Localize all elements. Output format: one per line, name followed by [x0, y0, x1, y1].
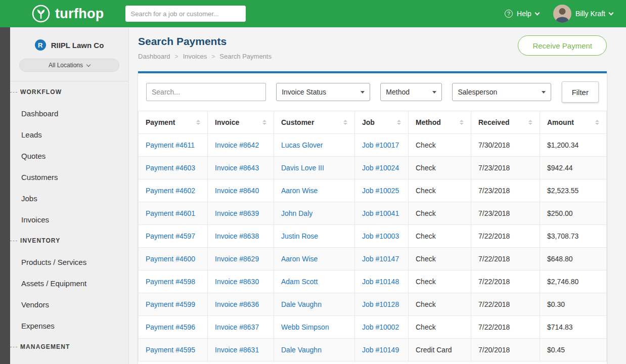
- user-menu[interactable]: Billy Kraft: [553, 5, 613, 23]
- table-row: Payment #4595 Invoice #8631 Dale Vaughn …: [139, 339, 607, 361]
- sort-icon[interactable]: [343, 120, 347, 125]
- customer-link[interactable]: John Daly: [281, 209, 312, 217]
- column-header-received[interactable]: Received: [471, 111, 540, 134]
- column-header-amount[interactable]: Amount: [540, 111, 607, 134]
- company-header: R RIIPL Lawn Co: [10, 39, 128, 51]
- breadcrumb-search-payments: Search Payments: [219, 53, 272, 60]
- customer-link[interactable]: Justin Rose: [281, 232, 318, 240]
- customer-link[interactable]: Aaron Wise: [281, 187, 318, 195]
- invoice-link[interactable]: Invoice #8637: [215, 323, 259, 331]
- customer-link[interactable]: Lucas Glover: [281, 141, 323, 149]
- nav-section-title-management: MANAGEMENT: [20, 343, 70, 350]
- salesperson-select[interactable]: Salesperson: [452, 83, 551, 101]
- payment-link[interactable]: Payment #4596: [146, 323, 195, 331]
- nav-section: REPORTS: [10, 357, 128, 364]
- nav-section-title: WORKFLOW: [10, 81, 128, 103]
- filter-button[interactable]: Filter: [562, 81, 599, 103]
- amount-cell: $714.83: [540, 316, 607, 339]
- job-link[interactable]: Job #10149: [362, 346, 399, 354]
- payment-link[interactable]: Payment #4598: [146, 278, 195, 286]
- invoice-link[interactable]: Invoice #8636: [215, 300, 259, 308]
- method-cell: Check: [409, 134, 471, 157]
- payment-link[interactable]: Payment #4595: [146, 346, 195, 354]
- nav-section-title: REPORTS: [10, 357, 128, 364]
- sidebar-item-jobs[interactable]: Jobs: [10, 188, 128, 209]
- help-menu[interactable]: ? Help: [505, 10, 539, 18]
- sidebar-item-invoices[interactable]: Invoices: [10, 209, 128, 230]
- sidebar-item-quotes[interactable]: Quotes: [10, 145, 128, 166]
- caret-down-icon: [432, 91, 436, 94]
- sort-icon[interactable]: [528, 120, 532, 125]
- sidebar-item-dashboard[interactable]: Dashboard: [10, 103, 128, 124]
- payment-link[interactable]: Payment #4597: [146, 232, 195, 240]
- column-header-invoice[interactable]: Invoice: [208, 111, 274, 134]
- breadcrumb-invoices[interactable]: Invoices: [183, 53, 207, 60]
- topbar-right: ? Help Billy Kraft: [505, 5, 626, 23]
- column-header-method[interactable]: Method: [409, 111, 471, 134]
- receive-payment-button[interactable]: Receive Payment: [518, 35, 607, 56]
- customer-link[interactable]: Dale Vaughn: [281, 300, 322, 308]
- customer-link[interactable]: Dale Vaughn: [281, 346, 322, 354]
- job-link[interactable]: Job #10002: [362, 323, 399, 331]
- customer-link[interactable]: Adam Scott: [281, 278, 318, 286]
- received-cell: 7/23/2018: [471, 157, 540, 179]
- sidebar-item-leads[interactable]: Leads: [10, 124, 128, 145]
- received-cell: 7/23/2018: [471, 179, 540, 202]
- job-link[interactable]: Job #10024: [362, 164, 399, 172]
- help-icon: ?: [505, 10, 513, 18]
- brand[interactable]: turfhop: [31, 4, 104, 23]
- breadcrumb-separator: >: [211, 53, 215, 60]
- payment-link[interactable]: Payment #4601: [146, 209, 195, 217]
- job-link[interactable]: Job #10003: [362, 232, 399, 240]
- sidebar-item-products-services[interactable]: Products / Services: [10, 251, 128, 272]
- job-link[interactable]: Job #10128: [362, 300, 399, 308]
- invoice-link[interactable]: Invoice #8629: [215, 255, 259, 263]
- column-header-customer[interactable]: Customer: [274, 111, 355, 134]
- invoice-link[interactable]: Invoice #8640: [215, 187, 259, 195]
- customer-link[interactable]: Aaron Wise: [281, 255, 318, 263]
- job-link[interactable]: Job #10025: [362, 187, 399, 195]
- invoice-link[interactable]: Invoice #8630: [215, 278, 259, 286]
- page-title-block: Search Payments Dashboard > Invoices > S…: [138, 35, 272, 60]
- job-link[interactable]: Job #10148: [362, 278, 399, 286]
- sidebar-item-expenses[interactable]: Expenses: [10, 315, 128, 336]
- invoice-link[interactable]: Invoice #8639: [215, 209, 259, 217]
- topbar: turfhop ? Help Billy Kraft: [0, 0, 626, 27]
- sort-icon[interactable]: [460, 120, 464, 125]
- job-link[interactable]: Job #10147: [362, 255, 399, 263]
- column-header-payment[interactable]: Payment: [139, 111, 208, 134]
- sort-icon[interactable]: [262, 120, 266, 125]
- sidebar-item-customers[interactable]: Customers: [10, 166, 128, 188]
- sort-icon[interactable]: [595, 120, 599, 125]
- invoice-link[interactable]: Invoice #8631: [215, 346, 259, 354]
- payment-link[interactable]: Payment #4600: [146, 255, 195, 263]
- table-search-input[interactable]: [146, 83, 266, 101]
- job-link[interactable]: Job #10017: [362, 141, 399, 149]
- customer-link[interactable]: Davis Love III: [281, 164, 324, 172]
- method-label: Method: [386, 88, 410, 96]
- breadcrumb-separator: >: [175, 53, 178, 60]
- invoice-link[interactable]: Invoice #8642: [215, 141, 259, 149]
- payment-link[interactable]: Payment #4602: [146, 187, 195, 195]
- payment-link[interactable]: Payment #4599: [146, 300, 195, 308]
- invoice-link[interactable]: Invoice #8638: [215, 232, 259, 240]
- table-row: Payment #4603 Invoice #8643 Davis Love I…: [139, 157, 607, 179]
- sidebar-item-vendors[interactable]: Vendors: [10, 294, 128, 315]
- method-select[interactable]: Method: [380, 83, 442, 101]
- locations-selector[interactable]: All Locations: [19, 59, 119, 72]
- sort-icon[interactable]: [196, 120, 200, 125]
- payment-link[interactable]: Payment #4603: [146, 164, 195, 172]
- payment-link[interactable]: Payment #4611: [146, 141, 195, 149]
- method-cell: Credit Card: [409, 339, 471, 361]
- job-link[interactable]: Job #10041: [362, 209, 399, 217]
- received-cell: 7/22/2018: [471, 225, 540, 248]
- global-search-input[interactable]: [125, 6, 246, 22]
- invoice-status-select[interactable]: Invoice Status: [276, 83, 370, 101]
- breadcrumb-dashboard[interactable]: Dashboard: [138, 53, 170, 60]
- sidebar-item-assets-equipment[interactable]: Assets / Equipment: [10, 272, 128, 294]
- column-header-job[interactable]: Job: [355, 111, 409, 134]
- table-row: Payment #4611 Invoice #8642 Lucas Glover…: [139, 134, 607, 157]
- invoice-link[interactable]: Invoice #8643: [215, 164, 259, 172]
- customer-link[interactable]: Webb Simpson: [281, 323, 329, 331]
- sort-icon[interactable]: [397, 120, 401, 125]
